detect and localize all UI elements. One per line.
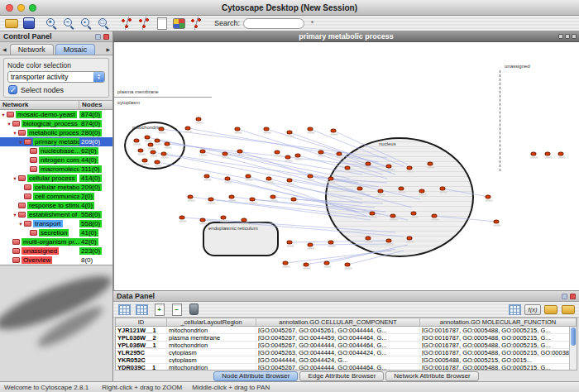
graph-node[interactable]: [266, 177, 272, 181]
tree-row[interactable]: cell communica...2(0): [0, 192, 112, 201]
graph-edge[interactable]: [161, 129, 387, 158]
graph-node[interactable]: [494, 220, 500, 224]
graph-node[interactable]: [134, 139, 140, 143]
tree-row[interactable]: ▼metabolic process280(0): [0, 128, 112, 137]
graph-node[interactable]: [337, 152, 342, 156]
column-header[interactable]: annotation.GO MOLECULAR_FUNCTION: [420, 318, 577, 326]
graph-edge[interactable]: [443, 189, 488, 197]
graph-node[interactable]: [196, 117, 202, 122]
maximize-frame-icon[interactable]: [565, 34, 570, 39]
table-row[interactable]: YJR121W__1mitochondrion[GO:0045267, GO:0…: [116, 327, 577, 334]
clear-attributes-icon[interactable]: [186, 303, 202, 316]
graph-node[interactable]: [407, 166, 413, 170]
table-scrollbar[interactable]: [569, 327, 577, 370]
graph-node[interactable]: [287, 131, 293, 135]
collapse-icon[interactable]: ▼: [12, 131, 18, 136]
graph-edge[interactable]: [157, 162, 362, 199]
table-row[interactable]: YKR052Ccytoplasm[GO:0044444, GO:0044424,…: [116, 356, 577, 364]
graph-node[interactable]: [229, 195, 235, 199]
matrix-icon[interactable]: [507, 303, 523, 316]
graph-node[interactable]: [295, 154, 301, 158]
graph-edge[interactable]: [327, 245, 408, 263]
save-session-icon[interactable]: [21, 17, 36, 30]
close-window-button[interactable]: [6, 4, 13, 12]
table-row[interactable]: YDR039C__1mitochondrion[GO:0045267, GO:0…: [116, 364, 577, 370]
graph-node[interactable]: [285, 155, 291, 160]
graph-node[interactable]: [328, 177, 334, 181]
tree-row[interactable]: nitrogen compo...44(0): [0, 155, 112, 165]
graph-node[interactable]: [287, 241, 293, 245]
collapse-icon[interactable]: ▼: [6, 122, 12, 127]
tree-row[interactable]: Overview8(0): [0, 256, 112, 265]
zoom-window-button[interactable]: [29, 4, 36, 12]
node-color-dropdown[interactable]: transporter activity ▲ ▼: [7, 71, 105, 83]
graph-edge[interactable]: [434, 216, 496, 222]
tab-scroll-left-icon[interactable]: ◀: [1, 46, 8, 55]
tree-row[interactable]: multi-organism pr...42(0): [0, 237, 112, 246]
graph-node[interactable]: [250, 198, 256, 202]
graph-node[interactable]: [366, 237, 371, 241]
graph-node[interactable]: [188, 195, 194, 199]
graph-edge[interactable]: [203, 220, 404, 237]
zoom-in-icon[interactable]: +: [44, 17, 60, 30]
graph-node[interactable]: [308, 174, 313, 179]
graph-node[interactable]: [208, 198, 214, 202]
select-attributes-icon[interactable]: [117, 303, 132, 316]
graph-node[interactable]: [185, 127, 191, 131]
graph-node[interactable]: [221, 216, 227, 220]
layout-icon[interactable]: [189, 17, 204, 30]
open-attributes-icon[interactable]: [560, 303, 576, 316]
graph-node[interactable]: [204, 174, 210, 179]
graph-node[interactable]: [235, 127, 241, 131]
graph-node[interactable]: [275, 151, 280, 155]
collapse-icon[interactable]: ▼: [12, 176, 18, 181]
tab-network-attribute-browser[interactable]: Network Attribute Browser: [385, 371, 478, 381]
graph-node[interactable]: [345, 166, 351, 170]
new-attribute-icon[interactable]: +: [151, 303, 167, 316]
graph-node[interactable]: [399, 187, 404, 191]
graph-node[interactable]: [165, 142, 170, 146]
tab-scroll-right-icon[interactable]: ▶: [104, 46, 112, 55]
tree-row[interactable]: secretion41(0): [0, 228, 112, 237]
zoom-fit-icon[interactable]: □: [96, 17, 112, 30]
graph-node[interactable]: [287, 179, 293, 183]
graph-node[interactable]: [155, 139, 160, 143]
graph-node[interactable]: [318, 151, 324, 155]
column-header[interactable]: annotation.GO CELLULAR_COMPONENT: [256, 318, 420, 326]
graph-edge[interactable]: [333, 131, 408, 165]
graph-node[interactable]: [370, 212, 376, 216]
graph-edge[interactable]: [310, 244, 394, 245]
graph-node[interactable]: [407, 237, 413, 241]
collapse-icon[interactable]: ▼: [0, 112, 7, 117]
vizmapper-icon[interactable]: [171, 17, 187, 30]
graph-node[interactable]: [151, 151, 156, 155]
graph-node[interactable]: [246, 174, 251, 179]
collapse-icon[interactable]: ▼: [12, 213, 18, 218]
tab-network[interactable]: Network: [10, 44, 54, 55]
graph-node[interactable]: [308, 243, 313, 247]
close-panel-icon[interactable]: [103, 34, 109, 40]
graph-node[interactable]: [223, 152, 228, 156]
graph-node[interactable]: [159, 127, 165, 131]
graph-edge[interactable]: [294, 199, 383, 203]
graph-node[interactable]: [161, 152, 167, 156]
graph-node[interactable]: [331, 129, 337, 133]
graph-node[interactable]: [345, 263, 351, 267]
tree-row[interactable]: nucleobase...62(0): [0, 146, 112, 155]
scrollbar-thumb[interactable]: [571, 327, 576, 346]
column-header[interactable]: _cellularLayoutRegion: [167, 318, 256, 326]
network-canvas[interactable]: plasma membrane cytoplasm mitochondrion …: [113, 42, 579, 290]
float-data-panel-icon[interactable]: [562, 294, 567, 299]
graph-node[interactable]: [145, 136, 151, 140]
tab-node-attribute-browser[interactable]: Node Attribute Browser: [213, 371, 298, 381]
zoom-out-icon[interactable]: −: [61, 17, 77, 30]
network-overview-thumbnail[interactable]: [0, 265, 112, 381]
graph-node[interactable]: [390, 214, 396, 218]
graph-edge[interactable]: [321, 152, 391, 173]
graph-node[interactable]: [386, 239, 392, 243]
import-attributes-icon[interactable]: [543, 303, 558, 316]
search-input[interactable]: [243, 18, 304, 29]
graph-node[interactable]: [138, 149, 144, 153]
graph-node[interactable]: [411, 212, 417, 216]
graph-node[interactable]: [328, 241, 334, 245]
